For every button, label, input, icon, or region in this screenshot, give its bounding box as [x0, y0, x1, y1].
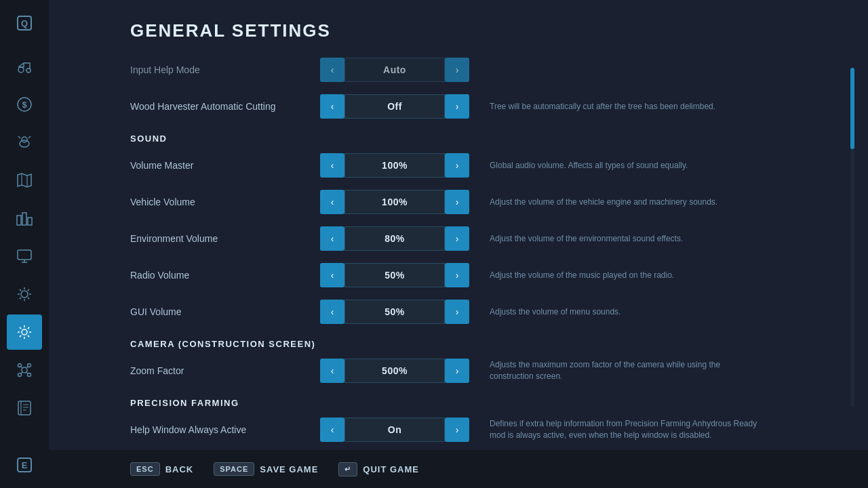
svg-text:E: E	[22, 460, 28, 470]
desc-volume-master: Global audio volume. Affects all types o…	[490, 160, 688, 171]
next-btn-radio-volume[interactable]: ›	[445, 263, 469, 287]
next-btn-gui-volume[interactable]: ›	[445, 300, 469, 324]
prev-btn-radio-volume[interactable]: ‹	[320, 263, 344, 287]
svg-point-15	[18, 364, 22, 367]
sidebar-item-animals[interactable]	[7, 125, 42, 160]
setting-row-zoom-factor: Zoom Factor‹500%›Adjusts the maximum zoo…	[130, 356, 827, 386]
main-content: GENERAL SETTINGS Input Help Mode ‹ Auto …	[49, 0, 868, 488]
svg-point-12	[21, 291, 28, 298]
partial-setting-row: Input Help Mode ‹ Auto ›	[130, 55, 827, 85]
next-btn-environment-volume[interactable]: ›	[445, 226, 469, 251]
partial-value: Auto	[344, 58, 445, 82]
setting-row-help-window: Help Window Always Active‹On›Defines if …	[130, 415, 827, 445]
setting-row-volume-master: Volume Master‹100%›Global audio volume. …	[130, 150, 827, 180]
wood-harvester-desc: Tree will be automatically cut after the…	[490, 101, 715, 113]
svg-line-21	[21, 372, 22, 373]
svg-text:Q: Q	[21, 18, 28, 28]
sidebar-item-money[interactable]: $	[7, 87, 42, 122]
enter-key: ↵	[338, 462, 357, 476]
value-zoom-factor: 500%	[344, 359, 445, 383]
space-key: SPACE	[214, 462, 254, 476]
sidebar-item-network[interactable]	[7, 352, 42, 388]
next-btn-zoom-factor[interactable]: ›	[445, 359, 469, 383]
svg-line-19	[21, 367, 22, 368]
sidebar-item-monitor[interactable]	[7, 239, 42, 274]
svg-point-17	[18, 373, 22, 377]
setting-row-gui-volume: GUI Volume‹50%›Adjusts the volume of men…	[130, 297, 827, 327]
wood-harvester-label: Wood Harvester Automatic Cutting	[130, 101, 320, 112]
svg-rect-9	[22, 213, 26, 225]
wood-harvester-control: ‹ Off ›	[320, 94, 469, 119]
save-action[interactable]: SPACE SAVE GAME	[214, 462, 318, 476]
quit-label: QUIT GAME	[363, 464, 419, 474]
svg-line-20	[26, 367, 28, 368]
sound-section: Volume Master‹100%›Global audio volume. …	[130, 150, 827, 327]
desc-radio-volume: Adjust the volume of the music played on…	[490, 270, 674, 281]
value-help-window: On	[344, 418, 445, 442]
sidebar-item-production[interactable]	[7, 201, 42, 236]
label-help-window: Help Window Always Active	[130, 424, 320, 435]
prev-btn-gui-volume[interactable]: ‹	[320, 300, 344, 324]
quit-action[interactable]: ↵ QUIT GAME	[338, 462, 419, 476]
bottom-bar: ESC BACK SPACE SAVE GAME ↵ QUIT GAME	[49, 450, 868, 488]
camera-section: Zoom Factor‹500%›Adjusts the maximum zoo…	[130, 356, 827, 386]
prev-btn-zoom-factor[interactable]: ‹	[320, 359, 344, 383]
svg-point-16	[28, 364, 31, 367]
desc-vehicle-volume: Adjust the volume of the vehicle engine …	[490, 197, 717, 208]
control-gui-volume: ‹50%›	[320, 300, 469, 324]
sidebar-item-book[interactable]	[7, 390, 42, 426]
svg-line-22	[26, 372, 28, 373]
scrollbar-thumb[interactable]	[850, 68, 854, 149]
svg-text:$: $	[22, 100, 27, 110]
svg-rect-23	[18, 401, 31, 415]
control-help-window: ‹On›	[320, 418, 469, 442]
svg-point-18	[28, 373, 31, 377]
svg-point-2	[18, 67, 24, 73]
save-label: SAVE GAME	[260, 464, 318, 474]
partial-next-btn[interactable]: ›	[445, 58, 469, 82]
sidebar-item-settings[interactable]	[7, 314, 42, 350]
desc-help-window: Defines if extra help information from P…	[490, 418, 761, 441]
setting-row-radio-volume: Radio Volume‹50%›Adjust the volume of th…	[130, 260, 827, 290]
svg-rect-10	[28, 218, 32, 225]
sidebar-item-machine[interactable]	[7, 277, 42, 312]
svg-point-7	[22, 137, 27, 142]
partial-prev-btn[interactable]: ‹	[320, 58, 344, 82]
page-title: GENERAL SETTINGS	[130, 20, 841, 41]
wood-harvester-next-btn[interactable]: ›	[445, 94, 469, 119]
next-btn-vehicle-volume[interactable]: ›	[445, 190, 469, 214]
label-environment-volume: Environment Volume	[130, 233, 320, 244]
svg-point-13	[22, 329, 27, 335]
prev-btn-vehicle-volume[interactable]: ‹	[320, 190, 344, 214]
svg-point-14	[22, 367, 27, 373]
sidebar-item-tractor[interactable]	[7, 49, 42, 84]
precision-section-header: PRECISION FARMING	[130, 398, 827, 408]
control-radio-volume: ‹50%›	[320, 263, 469, 287]
partial-label: Input Help Mode	[130, 64, 320, 75]
sound-section-header: SOUND	[130, 134, 827, 144]
sidebar-item-map[interactable]	[7, 163, 42, 198]
sidebar-item-q[interactable]: Q	[7, 5, 42, 41]
camera-section-header: CAMERA (CONSTRUCTION SCREEN)	[130, 339, 827, 349]
control-environment-volume: ‹80%›	[320, 226, 469, 251]
scrollbar-track[interactable]	[850, 68, 854, 407]
value-radio-volume: 50%	[344, 263, 445, 287]
sidebar-item-e[interactable]: E	[7, 447, 42, 483]
back-action[interactable]: ESC BACK	[130, 462, 193, 476]
value-gui-volume: 50%	[344, 300, 445, 324]
next-btn-help-window[interactable]: ›	[445, 418, 469, 442]
prev-btn-help-window[interactable]: ‹	[320, 418, 344, 442]
svg-point-3	[26, 68, 31, 73]
desc-gui-volume: Adjusts the volume of menu sounds.	[490, 306, 620, 318]
partial-control: ‹ Auto ›	[320, 58, 469, 82]
label-zoom-factor: Zoom Factor	[130, 365, 320, 376]
desc-zoom-factor: Adjusts the maximum zoom factor of the c…	[490, 359, 761, 382]
svg-rect-8	[17, 216, 21, 225]
setting-row-environment-volume: Environment Volume‹80%›Adjust the volume…	[130, 224, 827, 253]
wood-harvester-prev-btn[interactable]: ‹	[320, 94, 344, 119]
prev-btn-environment-volume[interactable]: ‹	[320, 226, 344, 251]
next-btn-volume-master[interactable]: ›	[445, 153, 469, 178]
prev-btn-volume-master[interactable]: ‹	[320, 153, 344, 178]
setting-row-vehicle-volume: Vehicle Volume‹100%›Adjust the volume of…	[130, 187, 827, 217]
settings-area[interactable]: Input Help Mode ‹ Auto › Wood Harvester …	[130, 55, 841, 462]
